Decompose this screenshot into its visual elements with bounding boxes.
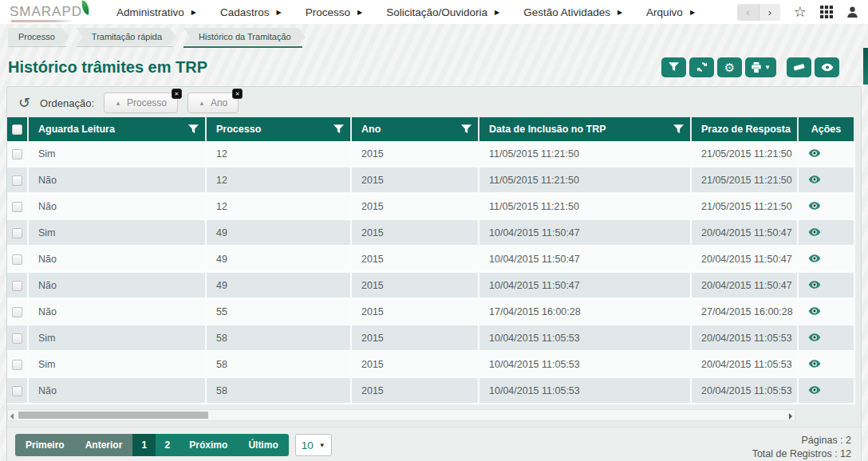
view-row-icon[interactable] <box>808 254 821 262</box>
row-checkbox[interactable] <box>12 360 22 370</box>
table-footer: Primeiro Anterior 1 2 Próximo Último 10 … <box>7 427 861 461</box>
cell-prazo-resposta: 21/05/2015 11:21:50 <box>692 194 799 220</box>
topbar-actions: ‹ › ☆ <box>737 4 858 21</box>
remove-sort-icon[interactable]: ✕ <box>232 89 243 99</box>
eraser-icon <box>793 62 805 72</box>
column-filter-icon[interactable] <box>673 124 684 134</box>
scroll-right-icon[interactable] <box>789 413 792 420</box>
header-ano[interactable]: Ano <box>352 117 479 141</box>
cell-data-inclusao: 10/04/2015 11:05:53 <box>479 378 692 404</box>
cell-ano: 2015 <box>352 299 479 325</box>
row-checkbox[interactable] <box>12 386 22 396</box>
page-size-select[interactable]: 10 ▼ <box>295 434 332 456</box>
cell-ano: 2015 <box>352 167 479 194</box>
remove-sort-icon[interactable]: ✕ <box>172 89 182 99</box>
cell-data-inclusao: 10/04/2015 11:50:47 <box>479 246 692 273</box>
view-row-icon[interactable] <box>808 202 821 210</box>
cell-acoes <box>799 167 855 194</box>
last-page-button[interactable]: Último <box>238 434 288 456</box>
view-row-icon[interactable] <box>808 386 821 394</box>
view-row-icon[interactable] <box>808 175 821 183</box>
main-menu: Administrativo ▶ Cadastros ▶ Processo ▶ … <box>116 6 719 18</box>
menu-arquivo[interactable]: Arquivo ▶ <box>646 6 695 18</box>
menu-processo[interactable]: Processo ▶ <box>306 6 362 18</box>
view-row-icon[interactable] <box>808 333 821 341</box>
view-row-icon[interactable] <box>808 307 821 315</box>
column-filter-icon[interactable] <box>188 124 199 134</box>
cell-ano: 2015 <box>352 220 479 246</box>
cell-acoes <box>799 246 855 273</box>
menu-cadastros[interactable]: Cadastros ▶ <box>220 6 282 18</box>
header-prazo-resposta[interactable]: Prazo de Resposta <box>692 117 799 141</box>
view-columns-button[interactable] <box>815 57 839 77</box>
first-page-button[interactable]: Primeiro <box>15 434 75 456</box>
menu-administrativo[interactable]: Administrativo ▶ <box>116 6 196 18</box>
cell-prazo-resposta: 20/04/2015 11:05:53 <box>692 352 799 378</box>
table-row: Não58201510/04/2015 11:05:5320/04/2015 1… <box>7 378 855 404</box>
cell-data-inclusao: 11/05/2015 11:21:50 <box>479 167 692 194</box>
cell-aguarda-leitura: Sim <box>29 352 207 378</box>
menu-solicitacao-ouvidoria[interactable]: Solicitação/Ouvidoria ▶ <box>386 6 499 18</box>
horizontal-scrollbar[interactable] <box>7 409 795 421</box>
scrollbar-thumb[interactable] <box>18 412 208 419</box>
next-page-button[interactable]: Próximo <box>179 434 238 456</box>
sort-chips: ▲ Processo ✕ ▲ Ano ✕ <box>104 93 239 113</box>
cell-aguarda-leitura: Não <box>29 273 207 299</box>
filter-button[interactable] <box>661 57 686 77</box>
breadcrumb-processo[interactable]: Processo <box>8 28 69 48</box>
app-logo[interactable]: SMARAPD <box>10 4 89 20</box>
user-profile-icon[interactable] <box>846 6 858 18</box>
view-row-icon[interactable] <box>808 281 821 289</box>
view-row-icon[interactable] <box>808 360 821 368</box>
row-checkbox-cell <box>7 273 29 299</box>
history-back-button[interactable]: ‹ <box>737 4 759 21</box>
header-aguarda-leitura[interactable]: Aguarda Leitura <box>29 117 207 141</box>
history-forward-button[interactable]: › <box>759 4 780 21</box>
sort-chip-ano[interactable]: ▲ Ano ✕ <box>187 93 239 113</box>
reset-sort-icon[interactable]: ↺ <box>18 96 30 110</box>
previous-page-button[interactable]: Anterior <box>75 434 133 456</box>
cell-processo: 58 <box>207 378 352 404</box>
print-button[interactable]: ▼ <box>745 57 776 77</box>
apps-grid-icon[interactable] <box>820 6 833 18</box>
row-checkbox[interactable] <box>12 202 22 212</box>
row-checkbox[interactable] <box>12 228 22 238</box>
table-row: Sim58201510/04/2015 11:05:5320/04/2015 1… <box>7 352 855 378</box>
select-all-checkbox[interactable] <box>12 124 22 135</box>
cell-acoes <box>799 299 855 325</box>
pages-count: Páginas : 2 <box>752 434 851 447</box>
breadcrumb-historico-da-tramitacao[interactable]: Histórico da Tramitação <box>183 28 306 48</box>
cell-prazo-resposta: 20/04/2015 11:05:53 <box>692 325 799 352</box>
clear-filters-button[interactable] <box>787 57 811 77</box>
sort-chip-processo[interactable]: ▲ Processo ✕ <box>104 93 178 113</box>
row-checkbox[interactable] <box>12 281 22 291</box>
row-checkbox[interactable] <box>12 175 22 186</box>
refresh-button[interactable] <box>689 57 714 77</box>
row-checkbox[interactable] <box>12 149 22 160</box>
cell-aguarda-leitura: Não <box>29 167 207 194</box>
cell-ano: 2015 <box>352 325 479 352</box>
menu-gestao-atividades[interactable]: Gestão Atividades ▶ <box>523 6 622 18</box>
row-checkbox[interactable] <box>12 333 22 344</box>
page-2-button[interactable]: 2 <box>156 434 179 456</box>
header-data-inclusao[interactable]: Data de Inclusão no TRP <box>479 117 692 141</box>
row-checkbox-cell <box>7 194 29 220</box>
row-checkbox[interactable] <box>12 307 22 317</box>
favorites-star-icon[interactable]: ☆ <box>794 5 807 19</box>
cell-processo: 12 <box>207 167 352 194</box>
brand-tagline <box>11 20 73 22</box>
column-filter-icon[interactable] <box>461 124 471 134</box>
scroll-left-icon[interactable] <box>10 413 14 420</box>
settings-button[interactable]: ⚙ <box>717 57 742 77</box>
column-filter-icon[interactable] <box>333 124 344 134</box>
submenu-arrow-icon: ▶ <box>690 8 695 16</box>
cell-prazo-resposta: 27/04/2015 16:00:28 <box>692 299 799 325</box>
title-bar: Histórico trâmites em TRP ⚙ ▼ <box>0 48 857 86</box>
breadcrumb-tramitacao-rapida[interactable]: Tramitação rápida <box>77 28 176 48</box>
row-checkbox[interactable] <box>12 254 22 265</box>
page-1-button[interactable]: 1 <box>132 434 156 456</box>
header-processo[interactable]: Processo <box>207 117 352 141</box>
view-row-icon[interactable] <box>808 228 821 236</box>
view-row-icon[interactable] <box>808 149 821 157</box>
table-row: Sim49201510/04/2015 11:50:4720/04/2015 1… <box>7 220 855 246</box>
